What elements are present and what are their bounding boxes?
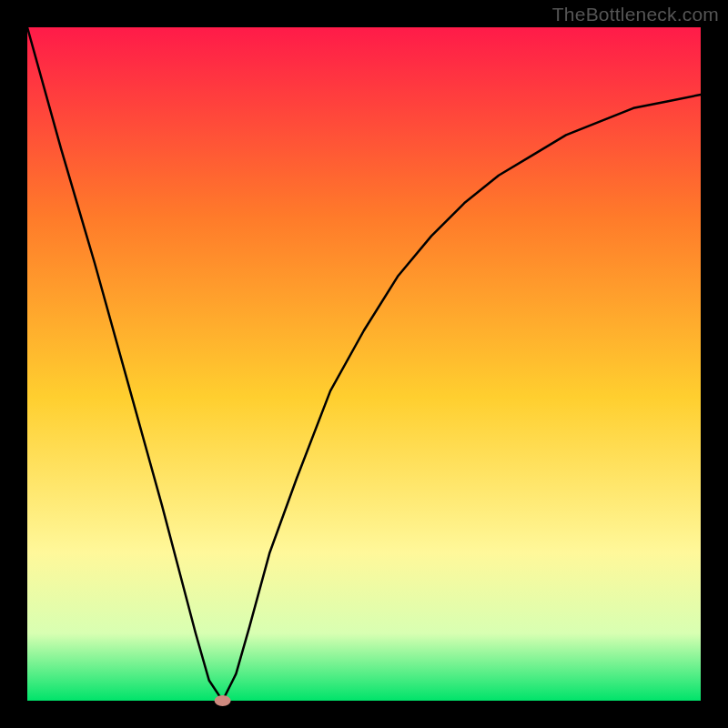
chart-frame: TheBottleneck.com — [0, 0, 728, 728]
plot-svg — [0, 0, 728, 728]
min-marker — [215, 695, 231, 706]
watermark-text: TheBottleneck.com — [552, 4, 719, 25]
plot-background — [27, 27, 701, 701]
